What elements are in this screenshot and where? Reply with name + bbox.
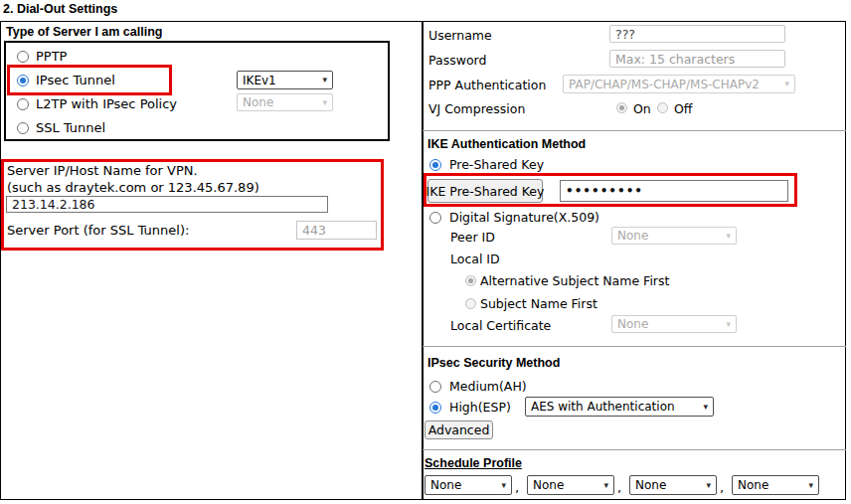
vj-on-label: On [633,101,651,116]
section-divider [423,346,846,347]
dial-out-settings-page: 2. Dial-Out Settings Type of Server I am… [0,0,851,504]
vj-compression-label: VJ Compression [428,101,525,116]
advanced-button[interactable]: Advanced [425,420,493,439]
column-divider [422,21,424,500]
server-ip-input[interactable] [6,196,328,213]
server-port-label: Server Port (for SSL Tunnel): [7,223,189,239]
chevron-down-icon: ▾ [603,481,608,490]
ipsec-tunnel-radio[interactable] [17,75,29,86]
page-title: 2. Dial-Out Settings [3,2,117,16]
schedule-separator: , [720,478,724,498]
l2tp-radio[interactable] [17,98,29,110]
high-esp-radio[interactable] [429,402,441,414]
esp-method-select[interactable]: AES with Authentication ▾ [525,397,714,417]
ike-psk-button[interactable]: IKE Pre-Shared Key [427,179,543,203]
peer-id-label: Peer ID [450,230,495,245]
server-type-box-title: Type of Server I am calling [6,25,162,39]
pptp-radio[interactable] [17,51,29,63]
chevron-down-icon: ▾ [726,232,731,241]
schedule-select-1-value: None [430,478,461,492]
l2tp-policy-select: None ▾ [237,93,333,111]
chevron-down-icon: ▾ [703,403,708,412]
subject-name-radio-label: Subject Name First [480,296,597,311]
medium-ah-radio-label: Medium(AH) [449,379,527,394]
ike-version-select-value: IKEv1 [243,74,276,87]
server-ip-label-line2: (such as draytek.com or 123.45.67.89) [7,180,259,196]
alt-subject-radio-label: Alternative Subject Name First [480,273,669,288]
ppp-auth-label: PPP Authentication [428,78,546,92]
vj-off-label: Off [674,101,692,116]
schedule-select-3[interactable]: None ▾ [629,475,717,495]
schedule-select-3-value: None [635,478,666,492]
ppp-auth-select-value: PAP/CHAP/MS-CHAP/MS-CHAPv2 [569,78,760,91]
medium-ah-radio[interactable] [429,381,441,393]
vj-on-radio [616,102,627,113]
section-divider [423,449,846,450]
schedule-section-title: Schedule Profile [425,456,522,470]
local-id-label: Local ID [450,252,500,266]
password-label: Password [428,53,486,68]
ppp-auth-select: PAP/CHAP/MS-CHAP/MS-CHAPv2 ▾ [563,75,795,93]
digital-signature-radio-label: Digital Signature(X.509) [449,210,599,225]
local-cert-select: None ▾ [611,315,737,333]
ssl-radio[interactable] [17,122,29,134]
section-divider [423,130,846,131]
pre-shared-key-radio-label: Pre-Shared Key [449,157,544,172]
alt-subject-radio [465,275,476,286]
ike-psk-input[interactable] [560,180,788,202]
chevron-down-icon: ▾ [808,481,813,490]
ike-version-select[interactable]: IKEv1 ▾ [237,71,333,89]
ike-auth-section-title: IKE Authentication Method [427,137,586,151]
schedule-separator: , [617,478,621,498]
chevron-down-icon: ▾ [784,80,789,88]
schedule-separator: , [515,478,519,498]
server-port-input [296,221,377,240]
chevron-down-icon: ▾ [706,481,711,490]
pre-shared-key-radio[interactable] [429,159,441,171]
schedule-select-4-value: None [738,478,768,492]
chevron-down-icon: ▾ [322,76,327,84]
ipsec-tunnel-radio-label: IPsec Tunnel [36,73,115,88]
server-ip-label-line1: Server IP/Host Name for VPN. [7,163,198,179]
schedule-select-2-value: None [533,478,564,492]
ipsec-method-section-title: IPsec Security Method [427,356,560,370]
esp-method-select-value: AES with Authentication [531,400,675,414]
local-cert-label: Local Certificate [450,318,551,333]
schedule-select-4[interactable]: None ▾ [732,475,819,495]
local-cert-select-value: None [617,317,648,331]
vj-off-radio [657,102,668,113]
l2tp-radio-label: L2TP with IPsec Policy [36,96,177,112]
chevron-down-icon: ▾ [322,98,327,107]
chevron-down-icon: ▾ [726,320,731,329]
chevron-down-icon: ▾ [501,481,506,490]
ssl-radio-label: SSL Tunnel [36,120,105,136]
password-input[interactable] [609,50,785,68]
subject-name-radio [465,298,476,309]
digital-signature-radio[interactable] [429,212,441,224]
schedule-select-1[interactable]: None ▾ [425,475,512,495]
schedule-select-2[interactable]: None ▾ [527,475,614,495]
pptp-radio-label: PPTP [36,49,67,65]
peer-id-select-value: None [617,229,648,243]
l2tp-policy-select-value: None [243,95,273,109]
peer-id-select: None ▾ [611,227,737,245]
username-label: Username [428,28,492,43]
username-input[interactable] [609,25,785,43]
high-esp-radio-label: High(ESP) [449,400,511,415]
